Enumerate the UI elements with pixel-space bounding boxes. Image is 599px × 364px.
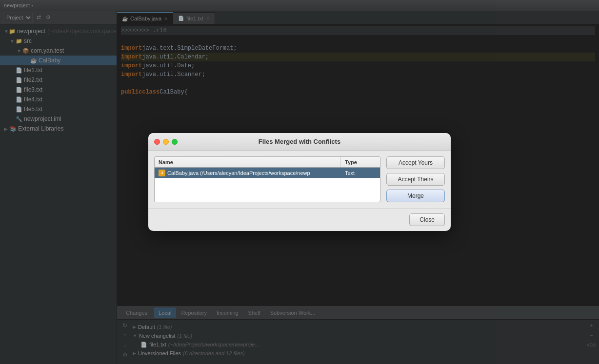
dialog-overlay: Files Merged with Conflicts Name Type J …	[0, 0, 599, 364]
col-header-name: Name	[155, 157, 341, 167]
dialog-footer: Close	[148, 208, 451, 231]
dialog-actions: Accept Yours Accept Theirs Merge	[386, 156, 445, 202]
dialog-body: Name Type J CalBaby.java (/Users/alecyan…	[148, 151, 451, 208]
file-table-header: Name Type	[155, 157, 380, 168]
merge-button[interactable]: Merge	[386, 190, 445, 202]
file-table: Name Type J CalBaby.java (/Users/alecyan…	[154, 156, 380, 202]
dialog-title: Files Merged with Conflicts	[154, 138, 445, 145]
merge-conflicts-dialog: Files Merged with Conflicts Name Type J …	[148, 133, 451, 231]
file-table-body[interactable]: J CalBaby.java (/Users/alecyan/IdeaProje…	[155, 168, 380, 202]
dialog-minimize-button[interactable]	[163, 139, 169, 145]
accept-yours-button[interactable]: Accept Yours	[386, 156, 445, 169]
dialog-close-button[interactable]	[154, 139, 160, 145]
dialog-maximize-button[interactable]	[172, 139, 178, 145]
accept-theirs-button[interactable]: Accept Theirs	[386, 173, 445, 186]
traffic-lights	[154, 139, 178, 145]
table-row[interactable]: J CalBaby.java (/Users/alecyan/IdeaProje…	[155, 168, 380, 178]
file-name-cell: J CalBaby.java (/Users/alecyan/IdeaProje…	[155, 170, 341, 176]
java-file-icon: J	[159, 170, 165, 176]
dialog-close-footer-button[interactable]: Close	[409, 213, 445, 226]
col-header-type: Type	[341, 157, 380, 167]
dialog-titlebar: Files Merged with Conflicts	[148, 133, 451, 151]
file-type-cell: Text	[341, 170, 380, 176]
